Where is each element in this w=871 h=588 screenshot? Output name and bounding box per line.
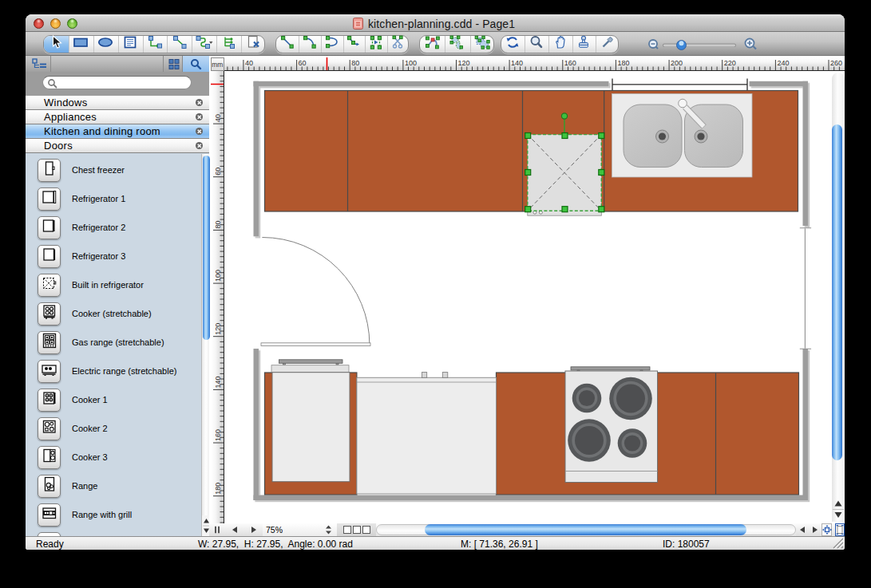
svg-text:220: 220: [724, 59, 736, 67]
svg-text:80: 80: [213, 220, 221, 228]
svg-text:40: 40: [213, 114, 221, 122]
svg-text:160: 160: [564, 59, 576, 67]
svg-text:260: 260: [830, 59, 842, 67]
svg-text:180: 180: [617, 59, 629, 67]
svg-text:100: 100: [405, 59, 417, 67]
svg-text:120: 120: [458, 59, 470, 67]
svg-text:60: 60: [213, 168, 221, 176]
svg-text:200: 200: [671, 59, 683, 67]
svg-text:140: 140: [213, 376, 221, 388]
svg-text:240: 240: [777, 59, 789, 67]
svg-text:180: 180: [213, 483, 221, 495]
svg-text:100: 100: [213, 270, 221, 282]
svg-text:160: 160: [213, 429, 221, 441]
svg-text:80: 80: [351, 59, 359, 67]
svg-text:40: 40: [245, 59, 253, 67]
svg-text:120: 120: [213, 323, 221, 335]
svg-text:140: 140: [511, 59, 523, 67]
svg-text:60: 60: [299, 59, 307, 67]
